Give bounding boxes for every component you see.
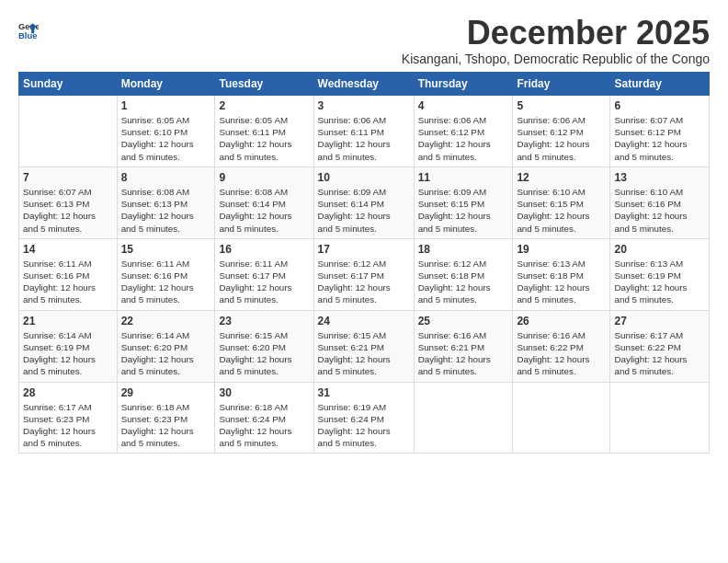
day-number: 8 <box>121 171 211 184</box>
day-number: 15 <box>121 243 211 256</box>
day-info: Sunrise: 6:13 AM Sunset: 6:18 PM Dayligh… <box>517 258 606 306</box>
table-row: 5Sunrise: 6:06 AM Sunset: 6:12 PM Daylig… <box>513 96 610 167</box>
table-row: 4Sunrise: 6:06 AM Sunset: 6:12 PM Daylig… <box>414 96 513 167</box>
col-wednesday: Wednesday <box>313 73 414 96</box>
calendar-week-row: 7Sunrise: 6:07 AM Sunset: 6:13 PM Daylig… <box>19 167 710 238</box>
day-info: Sunrise: 6:14 AM Sunset: 6:20 PM Dayligh… <box>121 329 211 378</box>
table-row: 22Sunrise: 6:14 AM Sunset: 6:20 PM Dayli… <box>117 310 215 382</box>
day-info: Sunrise: 6:05 AM Sunset: 6:10 PM Dayligh… <box>121 114 211 163</box>
table-row: 21Sunrise: 6:14 AM Sunset: 6:19 PM Dayli… <box>19 310 118 382</box>
day-info: Sunrise: 6:18 AM Sunset: 6:24 PM Dayligh… <box>219 401 309 450</box>
day-number: 1 <box>121 99 211 112</box>
table-row: 14Sunrise: 6:11 AM Sunset: 6:16 PM Dayli… <box>19 238 118 310</box>
page: General Blue December 2025 Kisangani, Ts… <box>0 0 728 563</box>
day-number: 11 <box>418 171 509 184</box>
table-row <box>610 382 710 454</box>
table-row: 25Sunrise: 6:16 AM Sunset: 6:21 PM Dayli… <box>414 310 513 382</box>
table-row <box>414 382 513 454</box>
day-info: Sunrise: 6:10 AM Sunset: 6:16 PM Dayligh… <box>614 186 705 235</box>
day-number: 7 <box>23 171 113 184</box>
day-number: 6 <box>614 99 705 112</box>
calendar-week-row: 21Sunrise: 6:14 AM Sunset: 6:19 PM Dayli… <box>19 310 710 382</box>
day-number: 29 <box>121 386 211 399</box>
col-saturday: Saturday <box>610 73 710 96</box>
col-tuesday: Tuesday <box>215 73 313 96</box>
subtitle: Kisangani, Tshopo, Democratic Republic o… <box>402 52 710 66</box>
day-info: Sunrise: 6:06 AM Sunset: 6:11 PM Dayligh… <box>318 114 410 163</box>
col-sunday: Sunday <box>19 73 118 96</box>
day-number: 10 <box>318 171 410 184</box>
table-row <box>513 382 610 454</box>
day-info: Sunrise: 6:11 AM Sunset: 6:16 PM Dayligh… <box>121 258 211 306</box>
day-number: 24 <box>318 315 410 327</box>
day-info: Sunrise: 6:17 AM Sunset: 6:22 PM Dayligh… <box>614 329 705 378</box>
day-info: Sunrise: 6:13 AM Sunset: 6:19 PM Dayligh… <box>614 258 705 306</box>
day-info: Sunrise: 6:11 AM Sunset: 6:16 PM Dayligh… <box>23 258 113 306</box>
day-number: 26 <box>517 315 606 327</box>
day-number: 18 <box>418 243 509 256</box>
day-number: 13 <box>614 171 705 184</box>
calendar-week-row: 14Sunrise: 6:11 AM Sunset: 6:16 PM Dayli… <box>19 238 710 310</box>
day-number: 28 <box>23 386 113 399</box>
day-number: 2 <box>219 99 309 112</box>
day-info: Sunrise: 6:09 AM Sunset: 6:15 PM Dayligh… <box>418 186 509 235</box>
day-info: Sunrise: 6:11 AM Sunset: 6:17 PM Dayligh… <box>219 258 309 306</box>
day-number: 4 <box>418 99 509 112</box>
col-thursday: Thursday <box>414 73 513 96</box>
main-title: December 2025 <box>402 17 710 50</box>
table-row: 2Sunrise: 6:05 AM Sunset: 6:11 PM Daylig… <box>215 96 313 167</box>
table-row: 13Sunrise: 6:10 AM Sunset: 6:16 PM Dayli… <box>610 167 710 238</box>
day-number: 16 <box>219 243 309 256</box>
day-number: 27 <box>614 315 705 327</box>
day-info: Sunrise: 6:08 AM Sunset: 6:13 PM Dayligh… <box>121 186 211 235</box>
table-row: 28Sunrise: 6:17 AM Sunset: 6:23 PM Dayli… <box>19 382 118 454</box>
table-row: 8Sunrise: 6:08 AM Sunset: 6:13 PM Daylig… <box>117 167 215 238</box>
table-row: 24Sunrise: 6:15 AM Sunset: 6:21 PM Dayli… <box>313 310 414 382</box>
table-row: 3Sunrise: 6:06 AM Sunset: 6:11 PM Daylig… <box>313 96 414 167</box>
table-row: 1Sunrise: 6:05 AM Sunset: 6:10 PM Daylig… <box>117 96 215 167</box>
col-monday: Monday <box>117 73 215 96</box>
table-row: 26Sunrise: 6:16 AM Sunset: 6:22 PM Dayli… <box>513 310 610 382</box>
day-info: Sunrise: 6:06 AM Sunset: 6:12 PM Dayligh… <box>517 114 606 163</box>
day-info: Sunrise: 6:09 AM Sunset: 6:14 PM Dayligh… <box>318 186 410 235</box>
day-info: Sunrise: 6:06 AM Sunset: 6:12 PM Dayligh… <box>418 114 509 163</box>
day-info: Sunrise: 6:12 AM Sunset: 6:17 PM Dayligh… <box>318 258 410 306</box>
day-info: Sunrise: 6:08 AM Sunset: 6:14 PM Dayligh… <box>219 186 309 235</box>
day-info: Sunrise: 6:17 AM Sunset: 6:23 PM Dayligh… <box>23 401 113 450</box>
day-info: Sunrise: 6:07 AM Sunset: 6:12 PM Dayligh… <box>614 114 705 163</box>
day-info: Sunrise: 6:10 AM Sunset: 6:15 PM Dayligh… <box>517 186 606 235</box>
table-row: 7Sunrise: 6:07 AM Sunset: 6:13 PM Daylig… <box>19 167 118 238</box>
table-row: 16Sunrise: 6:11 AM Sunset: 6:17 PM Dayli… <box>215 238 313 310</box>
table-row: 6Sunrise: 6:07 AM Sunset: 6:12 PM Daylig… <box>610 96 710 167</box>
day-number: 12 <box>517 171 606 184</box>
day-info: Sunrise: 6:07 AM Sunset: 6:13 PM Dayligh… <box>23 186 113 235</box>
day-number: 17 <box>318 243 410 256</box>
day-info: Sunrise: 6:12 AM Sunset: 6:18 PM Dayligh… <box>418 258 509 306</box>
day-number: 30 <box>219 386 309 399</box>
day-info: Sunrise: 6:15 AM Sunset: 6:20 PM Dayligh… <box>219 329 309 378</box>
header: General Blue December 2025 Kisangani, Ts… <box>18 17 710 66</box>
calendar-header-row: Sunday Monday Tuesday Wednesday Thursday… <box>19 73 710 96</box>
logo: General Blue <box>18 20 39 40</box>
day-number: 23 <box>219 315 309 327</box>
day-info: Sunrise: 6:19 AM Sunset: 6:24 PM Dayligh… <box>318 401 410 450</box>
day-number: 3 <box>318 99 410 112</box>
table-row: 17Sunrise: 6:12 AM Sunset: 6:17 PM Dayli… <box>313 238 414 310</box>
day-info: Sunrise: 6:14 AM Sunset: 6:19 PM Dayligh… <box>23 329 113 378</box>
table-row <box>19 96 118 167</box>
table-row: 19Sunrise: 6:13 AM Sunset: 6:18 PM Dayli… <box>513 238 610 310</box>
day-number: 25 <box>418 315 509 327</box>
table-row: 18Sunrise: 6:12 AM Sunset: 6:18 PM Dayli… <box>414 238 513 310</box>
table-row: 23Sunrise: 6:15 AM Sunset: 6:20 PM Dayli… <box>215 310 313 382</box>
table-row: 12Sunrise: 6:10 AM Sunset: 6:15 PM Dayli… <box>513 167 610 238</box>
day-info: Sunrise: 6:05 AM Sunset: 6:11 PM Dayligh… <box>219 114 309 163</box>
day-info: Sunrise: 6:16 AM Sunset: 6:21 PM Dayligh… <box>418 329 509 378</box>
svg-text:Blue: Blue <box>18 30 37 40</box>
table-row: 30Sunrise: 6:18 AM Sunset: 6:24 PM Dayli… <box>215 382 313 454</box>
calendar-table: Sunday Monday Tuesday Wednesday Thursday… <box>18 72 710 454</box>
day-number: 14 <box>23 243 113 256</box>
table-row: 20Sunrise: 6:13 AM Sunset: 6:19 PM Dayli… <box>610 238 710 310</box>
calendar-week-row: 28Sunrise: 6:17 AM Sunset: 6:23 PM Dayli… <box>19 382 710 454</box>
table-row: 9Sunrise: 6:08 AM Sunset: 6:14 PM Daylig… <box>215 167 313 238</box>
day-info: Sunrise: 6:16 AM Sunset: 6:22 PM Dayligh… <box>517 329 606 378</box>
